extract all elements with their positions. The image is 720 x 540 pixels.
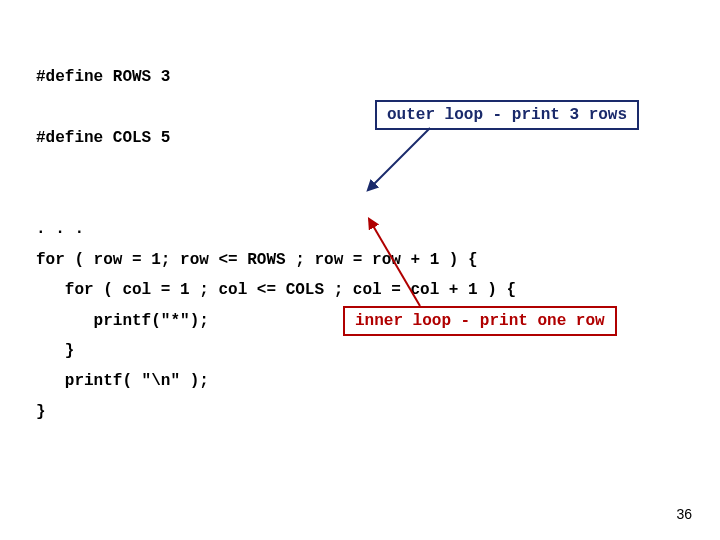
svg-line-1 — [372, 224, 420, 306]
page-number: 36 — [676, 506, 692, 522]
inner-loop-arrow — [0, 0, 720, 540]
